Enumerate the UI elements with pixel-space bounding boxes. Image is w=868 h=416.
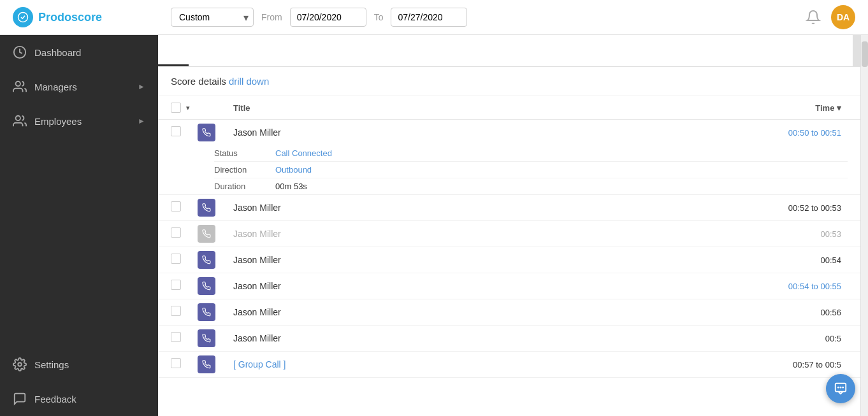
row-name: Jason Miller [221, 247, 527, 273]
user-avatar[interactable]: DA [831, 5, 855, 29]
score-section: Score details drill down ▾ Title [158, 67, 860, 416]
row-checkbox-cell [158, 247, 192, 273]
row-time: 00:54 to 00:55 [527, 273, 860, 299]
tab-3[interactable] [219, 35, 250, 66]
svg-point-8 [842, 387, 844, 389]
table-row: Jason Miller 00:53 [158, 221, 860, 247]
row-checkbox[interactable] [171, 358, 181, 368]
row-checkbox[interactable] [171, 126, 181, 136]
row-name: [ Group Call ] [221, 352, 527, 378]
detail-label: Status [214, 148, 265, 158]
row-time: 00:57 to 00:5 [527, 352, 860, 378]
table-row: Jason Miller 00:54 [158, 247, 860, 273]
tab-5[interactable] [280, 35, 311, 66]
to-label: To [374, 12, 384, 22]
detail-cell: Direction Outbound [158, 162, 860, 178]
th-checkbox: ▾ [158, 96, 192, 120]
table-row: Jason Miller 00:5 [158, 326, 860, 352]
row-time: 00:50 to 00:51 [527, 120, 860, 146]
row-time: 00:5 [527, 326, 860, 352]
managers-arrow-icon: ► [138, 82, 145, 91]
sidebar-item-settings[interactable]: Settings [0, 347, 158, 382]
row-icon-cell [192, 120, 221, 146]
date-controls: Custom Today Yesterday Last 7 Days Last … [171, 8, 467, 27]
managers-icon [13, 80, 27, 94]
th-title: Title [221, 96, 527, 120]
table-row: Jason Miller 00:56 [158, 299, 860, 326]
row-name: Jason Miller [221, 195, 527, 221]
row-icon-cell [192, 352, 221, 378]
chatbot-button[interactable] [826, 374, 855, 403]
tab-6[interactable] [311, 35, 342, 66]
sidebar-item-dashboard-label: Dashboard [34, 47, 81, 58]
select-all-checkbox[interactable] [171, 103, 181, 113]
sidebar-item-managers[interactable]: Managers ► [0, 69, 158, 104]
logo-icon [13, 7, 33, 27]
row-time: 00:53 [527, 221, 860, 247]
sidebar-item-employees-label: Employees [34, 116, 82, 127]
scrollbar-thumb [862, 41, 868, 67]
row-name: Jason Miller [221, 326, 527, 352]
row-checkbox[interactable] [171, 332, 181, 342]
row-checkbox[interactable] [171, 227, 181, 238]
score-details-header: Score details drill down [158, 67, 860, 96]
from-label: From [261, 12, 282, 22]
main-layout: Dashboard Managers ► [0, 35, 868, 416]
settings-icon [13, 357, 27, 371]
employees-arrow-icon: ► [138, 117, 145, 126]
phone-icon [198, 303, 215, 321]
row-checkbox-cell [158, 326, 192, 352]
drill-down-link[interactable]: drill down [229, 76, 269, 87]
tab-scrollbar[interactable] [853, 35, 860, 66]
page-scrollbar[interactable] [860, 35, 868, 416]
svg-point-2 [16, 82, 20, 86]
sidebar-item-feedback-label: Feedback [34, 394, 76, 405]
phone-icon [198, 225, 215, 243]
time-sort-icon[interactable]: ▾ [837, 103, 841, 113]
detail-label: Direction [214, 165, 265, 175]
logo-text: Prodoscore [38, 11, 102, 24]
tab-2[interactable] [189, 35, 219, 66]
table-header-row: ▾ Title Time ▾ [158, 96, 860, 120]
sidebar-item-feedback[interactable]: Feedback [0, 382, 158, 416]
row-icon-cell [192, 195, 221, 221]
row-checkbox[interactable] [171, 254, 181, 264]
date-range-select[interactable]: Custom Today Yesterday Last 7 Days Last … [171, 8, 254, 27]
select-dropdown-btn[interactable]: ▾ [184, 104, 192, 112]
row-checkbox[interactable] [171, 306, 181, 316]
row-checkbox-cell [158, 352, 192, 378]
sidebar-item-employees[interactable]: Employees ► [0, 104, 158, 138]
employees-icon [13, 114, 27, 128]
row-time: 00:54 [527, 247, 860, 273]
sidebar-item-dashboard[interactable]: Dashboard [0, 35, 158, 69]
row-checkbox-cell [158, 273, 192, 299]
row-icon-cell [192, 273, 221, 299]
dashboard-icon [13, 45, 27, 59]
tab-active[interactable] [158, 35, 189, 66]
table-row: Jason Miller 00:50 to 00:51 [158, 120, 860, 146]
row-checkbox[interactable] [171, 201, 181, 212]
detail-row: Status Call Connected [158, 145, 860, 162]
row-time: 00:56 [527, 299, 860, 326]
row-checkbox[interactable] [171, 280, 181, 290]
to-date-input[interactable] [391, 8, 467, 27]
notification-bell-icon[interactable] [806, 10, 821, 25]
from-date-input[interactable] [290, 8, 366, 27]
detail-value: Outbound [275, 165, 312, 175]
table-row: Jason Miller 00:54 to 00:55 [158, 273, 860, 299]
svg-point-7 [840, 387, 842, 389]
phone-icon [198, 199, 215, 217]
svg-point-6 [837, 387, 839, 389]
header: Prodoscore Custom Today Yesterday Last 7… [0, 0, 868, 35]
phone-icon [198, 124, 215, 141]
detail-value: Call Connected [275, 148, 332, 158]
date-range-select-wrapper[interactable]: Custom Today Yesterday Last 7 Days Last … [171, 8, 254, 27]
detail-cell: Duration 00m 53s [158, 178, 860, 195]
phone-icon [198, 329, 215, 347]
row-icon-cell [192, 299, 221, 326]
row-name: Jason Miller [221, 299, 527, 326]
th-icon [192, 96, 221, 120]
tab-4[interactable] [250, 35, 280, 66]
th-time: Time ▾ [527, 96, 860, 120]
detail-row: Direction Outbound [158, 162, 860, 178]
